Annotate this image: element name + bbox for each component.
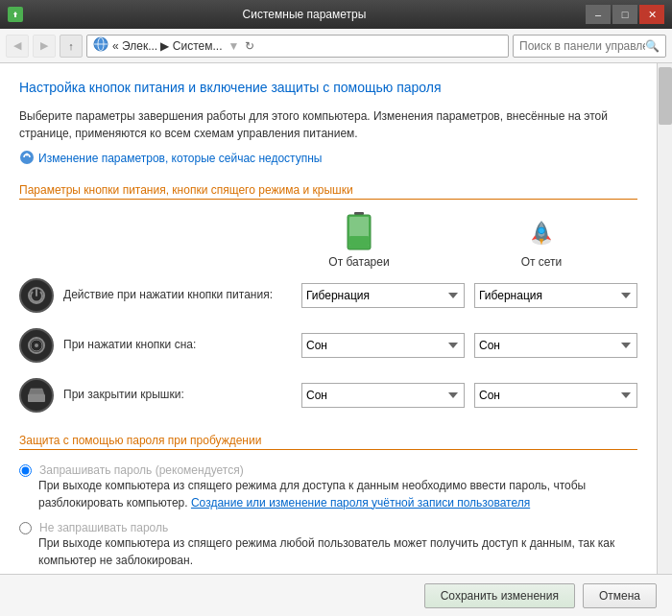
network-column-header: От сети <box>455 213 628 269</box>
maximize-button[interactable]: □ <box>612 5 637 24</box>
sleep-button-network-select[interactable]: Сон Гибернация Завершение работы Не пред… <box>474 333 637 358</box>
sleep-button-icon <box>19 328 54 363</box>
scrollbar[interactable] <box>657 63 672 616</box>
power-button-icon <box>19 278 54 313</box>
up-button[interactable]: ↑ <box>60 35 83 58</box>
search-box: 🔍 <box>513 35 666 58</box>
svg-point-15 <box>35 344 38 347</box>
refresh-button[interactable]: ↻ <box>245 39 254 53</box>
require-password-option: Запрашивать пароль (рекомендуется) При в… <box>19 463 637 511</box>
password-section-header: Защита с помощью пароля при пробуждении <box>19 434 637 450</box>
power-button-row: Действие при нажатии кнопки питания: Гиб… <box>19 276 637 315</box>
sleep-button-row: При нажатии кнопки сна: Сон Гибернация З… <box>19 326 637 365</box>
power-button-selects: Гибернация Сон Завершение работы Не пред… <box>301 283 637 308</box>
titlebar: Системные параметры – □ ✕ <box>0 0 672 29</box>
password-section: Защита с помощью пароля при пробуждении … <box>19 434 637 569</box>
save-button[interactable]: Сохранить изменения <box>424 583 575 608</box>
window-title: Системные параметры <box>23 8 586 21</box>
footer: Сохранить изменения Отмена <box>0 574 672 616</box>
no-password-option: Не запрашивать пароль При выходе компьют… <box>19 521 637 569</box>
sleep-button-battery-select[interactable]: Сон Гибернация Завершение работы Не пред… <box>301 333 465 358</box>
page-description: Выберите параметры завершения работы для… <box>19 107 637 142</box>
power-button-network-select[interactable]: Гибернация Сон Завершение работы Не пред… <box>474 283 637 308</box>
create-password-link[interactable]: Создание или изменение пароля учётной за… <box>191 496 530 509</box>
power-button-battery-select[interactable]: Гибернация Сон Завершение работы Не пред… <box>301 283 465 308</box>
lid-icon <box>19 378 54 413</box>
svg-rect-9 <box>349 236 369 246</box>
lid-label: При закрытии крышки: <box>63 387 301 403</box>
network-icon <box>527 213 556 251</box>
power-grid: От батареи <box>19 213 637 415</box>
back-button[interactable]: ◀ <box>6 35 29 58</box>
require-password-desc: При выходе компьютера из спящего режима … <box>38 477 637 511</box>
scrollbar-thumb[interactable] <box>659 67 672 125</box>
power-button-label: Действие при нажатии кнопки питания: <box>63 287 301 303</box>
no-password-label: Не запрашивать пароль <box>39 521 168 534</box>
cancel-button[interactable]: Отмена <box>583 583 657 608</box>
svg-point-11 <box>539 227 545 234</box>
address-bar: ◀ ▶ ↑ « Элек... ▶ Систем... ▼ ↻ 🔍 <box>0 29 672 63</box>
lid-row: При закрытии крышки: Сон Гибернация Заве… <box>19 376 637 415</box>
battery-column-header: От батареи <box>273 213 445 269</box>
lid-battery-select[interactable]: Сон Гибернация Завершение работы Не пред… <box>301 383 465 408</box>
lid-network-select[interactable]: Сон Гибернация Завершение работы Не пред… <box>474 383 637 408</box>
shield-icon <box>19 150 35 168</box>
app-icon <box>8 7 23 22</box>
battery-icon <box>345 213 373 251</box>
globe-icon <box>93 36 108 55</box>
address-path[interactable]: « Элек... ▶ Систем... ▼ ↻ <box>86 35 509 58</box>
require-password-radio[interactable] <box>19 464 32 477</box>
page-title: Настройка кнопок питания и включение защ… <box>19 79 637 98</box>
main-content: Настройка кнопок питания и включение защ… <box>0 63 672 616</box>
require-password-label: Запрашивать пароль (рекомендуется) <box>39 463 244 477</box>
sleep-button-selects: Сон Гибернация Завершение работы Не пред… <box>301 333 637 358</box>
svg-point-5 <box>26 153 29 155</box>
change-settings-link[interactable]: Изменение параметров, которые сейчас нед… <box>19 150 637 168</box>
sleep-button-label: При нажатии кнопки сна: <box>63 337 301 353</box>
no-password-desc: При выходе компьютера из спящего режима … <box>38 534 637 569</box>
search-icon: 🔍 <box>645 39 660 53</box>
lid-selects: Сон Гибернация Завершение работы Не пред… <box>301 383 637 408</box>
svg-point-4 <box>20 151 34 164</box>
grid-headers: От батареи <box>19 213 637 269</box>
no-password-radio[interactable] <box>19 522 32 534</box>
forward-button[interactable]: ▶ <box>33 35 56 58</box>
power-section-header: Параметры кнопки питания, кнопки спящего… <box>19 183 637 200</box>
content-area: Настройка кнопок питания и включение защ… <box>0 63 657 616</box>
close-button[interactable]: ✕ <box>639 5 664 24</box>
minimize-button[interactable]: – <box>586 5 611 24</box>
svg-rect-16 <box>28 394 45 402</box>
window-controls: – □ ✕ <box>586 5 664 24</box>
search-input[interactable] <box>519 39 645 53</box>
